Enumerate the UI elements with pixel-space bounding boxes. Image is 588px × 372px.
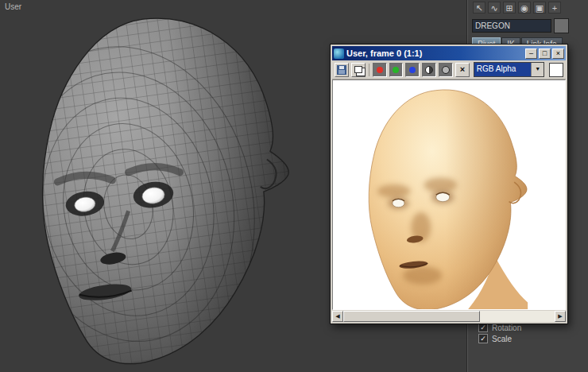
render-window-icon — [334, 48, 344, 59]
command-panel-tabs: ↖ ∿ ⊞ ◉ ▣ + — [467, 0, 588, 15]
monochrome-button[interactable] — [439, 63, 453, 77]
dropdown-arrow-icon[interactable]: ▼ — [531, 63, 544, 76]
panel-tab-motion-icon[interactable]: ◉ — [518, 2, 531, 14]
scale-checkbox-row: ✓ Scale — [478, 334, 512, 343]
rendered-head-image — [347, 84, 543, 310]
scale-checkbox-label: Scale — [492, 335, 512, 343]
rendered-image-area[interactable] — [332, 79, 566, 310]
scale-checkbox[interactable]: ✓ — [478, 334, 488, 343]
scroll-left-arrow[interactable]: ◀ — [332, 311, 343, 322]
background-color-swatch[interactable] — [549, 63, 563, 77]
red-channel-icon — [377, 67, 383, 73]
save-bitmap-button[interactable] — [335, 63, 349, 77]
clone-icon — [354, 66, 362, 73]
alpha-channel-icon — [425, 66, 433, 74]
maximize-button[interactable]: □ — [539, 48, 551, 59]
wireframe-head-model — [5, 10, 300, 372]
scroll-thumb[interactable] — [343, 311, 480, 322]
object-name-row — [472, 18, 588, 33]
render-window-title: User, frame 0 (1:1) — [346, 48, 523, 58]
alpha-channel-button[interactable] — [422, 63, 436, 77]
scroll-right-arrow[interactable]: ▶ — [555, 311, 566, 322]
channel-display-dropdown[interactable]: RGB Alpha ▼ — [474, 62, 544, 77]
render-window-titlebar[interactable]: User, frame 0 (1:1) – □ × — [332, 46, 566, 60]
green-channel-icon — [393, 67, 399, 73]
green-channel-button[interactable] — [389, 63, 404, 77]
object-name-field[interactable] — [472, 19, 551, 33]
clear-button[interactable]: × — [455, 63, 470, 77]
rotation-checkbox-label: Rotation — [492, 324, 521, 332]
blue-channel-icon — [409, 67, 416, 73]
horizontal-scrollbar[interactable]: ◀ ▶ — [332, 311, 566, 322]
panel-tab-create-icon[interactable]: ↖ — [473, 2, 485, 14]
save-icon — [337, 65, 346, 75]
monochrome-icon — [442, 66, 450, 74]
red-channel-button[interactable] — [373, 63, 387, 77]
rendered-frame-window[interactable]: User, frame 0 (1:1) – □ × × — [330, 44, 568, 324]
scroll-track[interactable] — [343, 311, 555, 322]
minimize-button[interactable]: – — [525, 48, 537, 59]
close-button[interactable]: × — [552, 48, 564, 59]
render-window-toolbar: × RGB Alpha ▼ — [332, 60, 566, 79]
panel-tab-modify-icon[interactable]: ∿ — [488, 2, 501, 14]
panel-tab-display-icon[interactable]: ▣ — [533, 2, 546, 14]
channel-display-value: RGB Alpha — [474, 63, 531, 76]
clone-rendered-frame-button[interactable] — [351, 63, 366, 77]
toolbar-separator — [369, 64, 369, 76]
object-color-swatch[interactable] — [554, 18, 569, 33]
panel-tab-utilities-icon[interactable]: + — [548, 2, 561, 14]
clear-icon: × — [460, 65, 465, 74]
blue-channel-button[interactable] — [405, 63, 420, 77]
viewport-label: User — [5, 2, 21, 11]
panel-tab-hierarchy-icon[interactable]: ⊞ — [503, 2, 516, 14]
